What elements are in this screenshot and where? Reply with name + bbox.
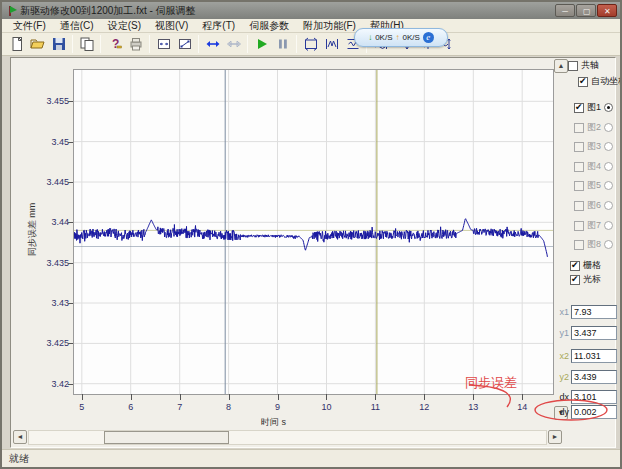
print-icon xyxy=(128,36,144,52)
plot-8-checkbox[interactable] xyxy=(574,240,584,250)
plot-2-checkbox[interactable] xyxy=(574,123,584,133)
x-tick-label: 7 xyxy=(169,402,191,412)
x-tick-label: 11 xyxy=(364,402,386,412)
field-dx: dx3.101 xyxy=(558,390,617,404)
plot-8-radio[interactable] xyxy=(604,240,613,249)
y-tick-mark xyxy=(68,101,73,102)
x-tick-label: 5 xyxy=(71,402,93,412)
play-icon xyxy=(254,36,270,52)
x-tick-label: 12 xyxy=(413,402,435,412)
save-button[interactable] xyxy=(48,34,69,54)
field-x1: x17.93 xyxy=(558,305,617,319)
annotation-label: 同步误差 xyxy=(465,374,517,392)
menu-item-5[interactable]: 程序(T) xyxy=(195,19,242,33)
field-dy-value[interactable]: 0.002 xyxy=(571,405,617,419)
close-button[interactable]: ✕ xyxy=(597,4,617,17)
coaxial-checkbox[interactable] xyxy=(568,61,578,71)
toolbar-separator xyxy=(247,35,248,53)
coaxial: 共轴 xyxy=(568,59,599,72)
plot-3-radio[interactable] xyxy=(604,142,613,151)
fit-range-2-button[interactable] xyxy=(174,34,195,54)
pause-icon xyxy=(275,36,291,52)
plot-area[interactable] xyxy=(73,69,554,395)
menu-item-2[interactable]: 通信(C) xyxy=(53,19,101,33)
y-tick-mark xyxy=(68,182,73,183)
field-y1: y13.437 xyxy=(558,326,617,340)
cursor-checkbox[interactable] xyxy=(570,275,580,285)
menu-item-1[interactable]: 文件(F) xyxy=(6,19,53,33)
download-speed: 0K/S xyxy=(375,33,392,42)
field-dx-value[interactable]: 3.101 xyxy=(571,390,617,404)
auto-coordinates-checkbox[interactable] xyxy=(578,77,588,87)
plot-4-radio[interactable] xyxy=(604,162,613,171)
y-tick-label: 3.43 xyxy=(33,298,69,308)
x-tick-label: 6 xyxy=(120,402,142,412)
plot-1-radio[interactable] xyxy=(604,103,613,112)
field-x2-label: x2 xyxy=(558,351,569,361)
browser-icon: e xyxy=(423,32,434,43)
field-y1-label: y1 xyxy=(558,328,569,338)
pause-button[interactable] xyxy=(272,34,293,54)
pan-horizontal-button[interactable] xyxy=(202,34,223,54)
copy-button[interactable] xyxy=(76,34,97,54)
play-button[interactable] xyxy=(251,34,272,54)
plot-7-checkbox[interactable] xyxy=(574,221,584,231)
zoom-x-button[interactable] xyxy=(321,34,342,54)
horizontal-scrollbar[interactable] xyxy=(28,430,547,445)
menu-item-7[interactable]: 附加功能(F) xyxy=(296,19,363,33)
field-x1-label: x1 xyxy=(558,307,569,317)
app-window: 新驱动修改00到1200加工.fxt - 伺服调整 ─ ▢ ✕ 文件(F)通信(… xyxy=(0,0,622,469)
network-speed-widget[interactable]: ↓ 0K/S ↑ 0K/S e xyxy=(354,28,448,47)
field-dx-label: dx xyxy=(558,392,569,402)
title-bar[interactable]: 新驱动修改00到1200加工.fxt - 伺服调整 ─ ▢ ✕ xyxy=(2,2,620,19)
plot-5-radio[interactable] xyxy=(604,181,613,190)
print-button[interactable] xyxy=(125,34,146,54)
plot-5-checkbox[interactable] xyxy=(574,181,584,191)
help-button[interactable]: ? xyxy=(104,34,125,54)
menu-item-4[interactable]: 视图(V) xyxy=(148,19,195,33)
field-x1-value[interactable]: 7.93 xyxy=(571,305,617,319)
y-tick-mark xyxy=(68,263,73,264)
svg-text:?: ? xyxy=(112,37,119,51)
y-tick-label: 3.45 xyxy=(33,137,69,147)
plot-3-label: 图3 xyxy=(587,140,601,153)
menu-item-6[interactable]: 伺服参数 xyxy=(242,19,296,33)
maximize-button[interactable]: ▢ xyxy=(576,4,596,17)
menu-item-3[interactable]: 设定(S) xyxy=(101,19,148,33)
horizontal-scrollbar-thumb[interactable] xyxy=(104,431,229,444)
x-tick-mark xyxy=(375,394,376,400)
field-y2-value[interactable]: 3.439 xyxy=(571,370,617,384)
menu-bar: 文件(F)通信(C)设定(S)视图(V)程序(T)伺服参数附加功能(F)帮助(H… xyxy=(2,19,620,33)
scroll-left-button[interactable]: ◄ xyxy=(13,430,27,444)
plot-7-radio[interactable] xyxy=(604,221,613,230)
zoom-window-icon xyxy=(303,36,319,52)
field-x2-value[interactable]: 11.031 xyxy=(571,349,617,363)
x-tick-label: 10 xyxy=(315,402,337,412)
plot-3-checkbox[interactable] xyxy=(574,142,584,152)
plot-2: 图2 xyxy=(574,121,613,134)
plot-6-label: 图6 xyxy=(587,199,601,212)
x-tick-mark xyxy=(326,394,327,400)
toolbar-separator xyxy=(149,35,150,53)
x-tick-mark xyxy=(522,394,523,400)
plot-6-radio[interactable] xyxy=(604,201,613,210)
plot-5-label: 图5 xyxy=(587,179,601,192)
plot-6-checkbox[interactable] xyxy=(574,201,584,211)
plot-4-checkbox[interactable] xyxy=(574,162,584,172)
minimize-button[interactable]: ─ xyxy=(555,4,575,17)
new-file-button[interactable] xyxy=(6,34,27,54)
grid-checkbox[interactable] xyxy=(570,261,580,271)
field-y1-value[interactable]: 3.437 xyxy=(571,326,617,340)
plot-2-radio[interactable] xyxy=(604,123,613,132)
pan-horizontal-alt-button[interactable] xyxy=(223,34,244,54)
fit-range-2-icon xyxy=(177,36,193,52)
x-tick-label: 8 xyxy=(218,402,240,412)
zoom-window-button[interactable] xyxy=(300,34,321,54)
x-axis-title: 时间 s xyxy=(261,416,286,429)
fit-range-icon xyxy=(156,36,172,52)
auto-coordinates-label: 自动坐标 xyxy=(591,75,622,88)
plot-1-checkbox[interactable] xyxy=(574,103,584,113)
y-tick-mark xyxy=(68,142,73,143)
open-folder-button[interactable] xyxy=(27,34,48,54)
fit-range-button[interactable] xyxy=(153,34,174,54)
